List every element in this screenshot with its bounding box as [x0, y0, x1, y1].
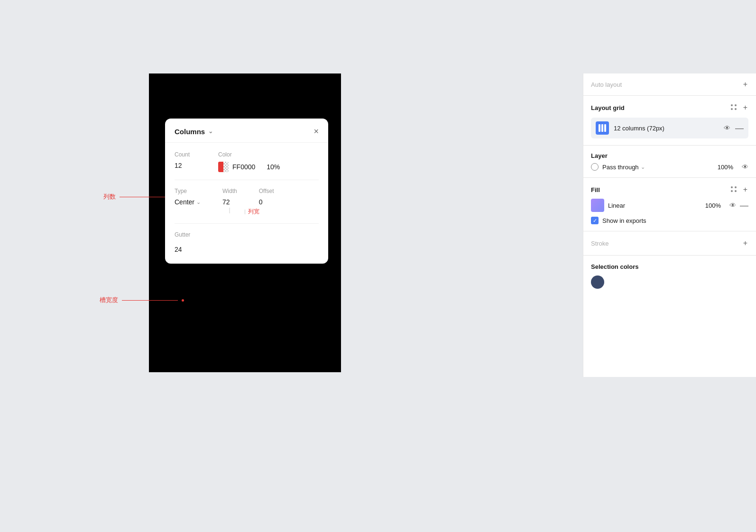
selection-colors-title: Selection colors — [591, 263, 638, 270]
show-exports-row: ✓ Show in exports — [591, 217, 748, 224]
offset-label: Offset — [259, 188, 274, 194]
layer-title: Layer — [591, 152, 608, 159]
width-value[interactable]: 72 — [222, 198, 237, 206]
fill-visibility-icon[interactable]: 👁 — [729, 202, 736, 209]
annotation-line-v — [245, 210, 245, 214]
gutter-label: Gutter — [175, 231, 319, 238]
count-value[interactable]: 12 — [175, 162, 190, 169]
count-label: Count — [175, 151, 190, 158]
popup-title: Columns ⌄ — [175, 128, 213, 136]
offset-value[interactable]: 0 — [259, 198, 274, 206]
type-select[interactable]: Center ⌄ — [175, 198, 201, 206]
fill-row: Linear 100% 👁 — — [591, 199, 748, 212]
auto-layout-title: Auto layout — [591, 81, 622, 88]
layout-grid-title: Layout grid — [591, 104, 625, 111]
divider-2 — [175, 223, 319, 224]
fill-header: Fill + — [591, 184, 748, 195]
color-swatch[interactable] — [218, 162, 229, 172]
title-chevron-icon: ⌄ — [208, 128, 213, 135]
selection-color-preview[interactable] — [591, 275, 604, 289]
width-indicator — [230, 208, 230, 213]
offset-field-wrapper: Offset 0 — [259, 188, 274, 206]
gutter-annotation: 槽宽度 — [100, 296, 184, 304]
col-count-text: 列数 — [103, 193, 116, 201]
grid-dots-icon — [731, 104, 738, 111]
right-panel: Auto layout + Layout grid + 12 columns (… — [583, 73, 756, 377]
fill-opacity[interactable]: 100% — [705, 202, 721, 209]
divider-1 — [175, 180, 319, 180]
layer-row: Pass through ⌄ 100% 👁 — [591, 163, 748, 171]
fill-dots-icon — [731, 186, 738, 193]
width-field-wrapper: Width 72 — [222, 188, 237, 206]
layer-header: Layer — [591, 152, 748, 159]
stroke-section: Stroke + — [583, 231, 756, 256]
type-chevron-icon: ⌄ — [196, 199, 201, 205]
columns-popup: Columns ⌄ × Count 12 Color FF0000 10% — [165, 119, 328, 264]
type-label: Type — [175, 188, 201, 194]
fill-type-label: Linear — [608, 202, 701, 209]
selection-colors-section: Selection colors — [583, 256, 756, 295]
layout-grid-add-button[interactable]: + — [742, 102, 748, 113]
type-width-offset-row: Type Center ⌄ Width 72 Offset 0 — [175, 188, 319, 206]
grid-visibility-icon[interactable]: 👁 — [724, 124, 730, 132]
layout-grid-section: Layout grid + 12 columns (72px) 👁 — — [583, 96, 756, 146]
show-exports-checkbox[interactable]: ✓ — [591, 217, 599, 224]
col-width-annotation: 列宽 — [248, 208, 259, 216]
auto-layout-add-button[interactable]: + — [742, 79, 748, 90]
fill-actions: + — [731, 184, 748, 195]
layer-blend-icon — [591, 163, 599, 171]
grid-remove-icon[interactable]: — — [735, 123, 744, 133]
grid-row-actions: 👁 — — [724, 123, 744, 133]
type-value: Center — [175, 198, 194, 206]
width-label: Width — [222, 188, 237, 194]
popup-close-button[interactable]: × — [313, 127, 319, 136]
count-color-row: Count 12 Color FF0000 10% — [175, 151, 319, 172]
stroke-add-button[interactable]: + — [742, 238, 748, 248]
show-exports-label: Show in exports — [602, 217, 646, 224]
color-input-row: FF0000 10% — [218, 162, 280, 172]
layer-visibility-icon[interactable]: 👁 — [742, 163, 748, 171]
auto-layout-section: Auto layout + — [583, 73, 756, 96]
gutter-line — [122, 300, 178, 301]
grid-label: 12 columns (72px) — [614, 125, 719, 132]
layout-grid-actions: + — [731, 102, 748, 113]
color-opacity-value[interactable]: 10% — [267, 163, 280, 171]
gutter-field-wrapper: Gutter 24 — [175, 231, 319, 253]
color-label: Color — [218, 151, 280, 158]
checkmark-icon: ✓ — [593, 218, 597, 224]
grid-row[interactable]: 12 columns (72px) 👁 — — [591, 118, 748, 138]
gutter-text: 槽宽度 — [100, 296, 118, 304]
fill-title: Fill — [591, 186, 600, 193]
layout-grid-header: Layout grid + — [591, 102, 748, 113]
layer-section: Layer Pass through ⌄ 100% 👁 — [583, 146, 756, 178]
count-field: Count 12 — [175, 151, 190, 169]
type-field-wrapper: Type Center ⌄ — [175, 188, 201, 206]
fill-remove-icon[interactable]: — — [740, 201, 748, 211]
layer-blend-mode[interactable]: Pass through ⌄ — [602, 164, 714, 171]
color-field-wrapper: Color FF0000 10% — [218, 151, 280, 172]
fill-color-swatch[interactable] — [591, 199, 604, 212]
grid-columns-icon — [596, 121, 609, 135]
color-hex-value[interactable]: FF0000 — [232, 163, 255, 171]
popup-header: Columns ⌄ × — [165, 119, 328, 143]
layer-opacity[interactable]: 100% — [718, 164, 733, 171]
popup-body: Count 12 Color FF0000 10% Type — [165, 143, 328, 264]
blend-chevron-icon: ⌄ — [641, 164, 645, 170]
col-width-annotation-row: 列宽 — [245, 208, 319, 216]
col-count-line — [120, 197, 172, 197]
stroke-title: Stroke — [591, 240, 609, 247]
gutter-dot — [182, 299, 184, 302]
fill-add-button[interactable]: + — [742, 184, 748, 195]
gutter-value[interactable]: 24 — [175, 246, 319, 253]
fill-section: Fill + Linear 100% 👁 — ✓ Show in exports — [583, 178, 756, 231]
